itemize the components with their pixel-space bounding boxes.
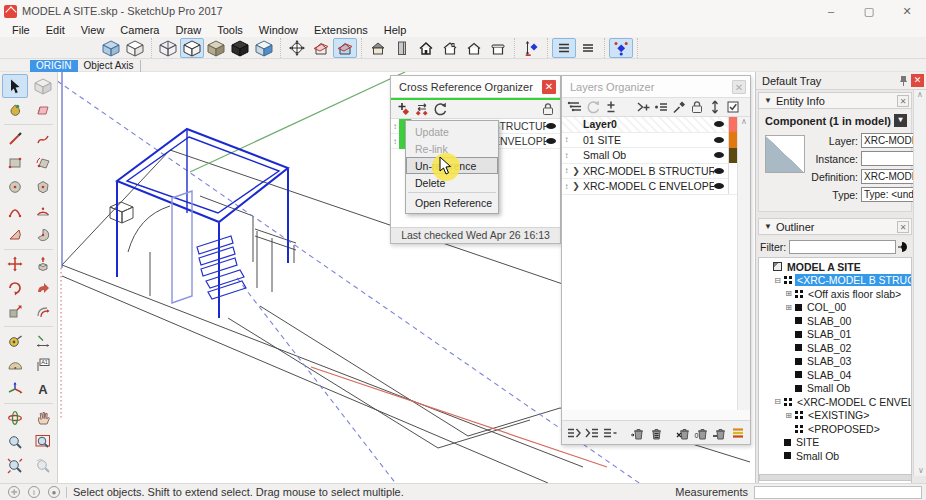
layer-cascade-button[interactable] [566,99,584,115]
cross-reference-diamond-button[interactable] [609,38,633,58]
menu-extensions[interactable]: Extensions [306,24,376,36]
outliner-header[interactable]: ▼ Outliner ✕ [758,218,912,235]
layer-row[interactable]: ↕❯XRC-MODEL C ENVELOPE [562,179,750,195]
drag-handle-icon[interactable]: ↕ [562,151,571,160]
measurements-input[interactable] [754,486,922,499]
rotate-tool-button[interactable] [2,276,28,300]
house-outline-button[interactable] [462,38,486,58]
trash-minus-button[interactable] [711,425,729,441]
checkbox-button[interactable] [724,99,742,115]
outliner-item[interactable]: SLAB_00 [759,314,911,328]
entity-info-close-icon[interactable]: ✕ [897,95,909,107]
tray-close-icon[interactable]: ✕ [911,74,924,87]
make-component-tool-button[interactable] [30,74,56,98]
tape-measure-tool-button[interactable] [2,329,28,353]
house-shaded-button[interactable] [366,38,390,58]
expand-chevron-icon[interactable]: ❯ [571,181,581,191]
line-tool-button[interactable] [2,127,28,151]
add-reference-button[interactable] [395,101,413,117]
entity-info-header[interactable]: ▼ Entity Info ✕ [758,92,912,109]
pan-tool-button[interactable] [30,406,56,430]
drag-handle-icon[interactable]: ↕ [562,135,571,144]
axis-updown-diamond-button[interactable] [519,38,543,58]
expand-toggle-icon[interactable]: ⊞ [783,303,794,312]
context-menu-item-update[interactable]: Update [406,123,498,140]
circle-tool-button[interactable] [2,175,28,199]
scene-tab-object-axis[interactable]: Object Axis [78,60,141,72]
outliner-item[interactable]: SLAB_02 [759,341,911,355]
lock-button[interactable] [688,99,706,115]
expand-chevron-icon[interactable]: ❯ [571,166,581,176]
trash-arrow-button[interactable] [629,425,647,441]
select-tool-button[interactable] [2,74,28,98]
outliner-item[interactable]: SLAB_03 [759,355,911,369]
drag-handle-icon[interactable]: ↕ [391,122,399,131]
three-point-arc-tool-button[interactable] [2,223,28,247]
eye-icon[interactable] [714,137,724,143]
eyedropper-button[interactable] [670,99,688,115]
dimension-tool-button[interactable] [30,329,56,353]
protractor-tool-button[interactable] [2,353,28,377]
menu-tools[interactable]: Tools [209,24,251,36]
drag-handle-icon[interactable]: ↕ [562,166,571,175]
eye-icon[interactable] [546,138,556,144]
trash-press-button[interactable] [647,425,665,441]
eye-icon[interactable] [714,121,724,127]
eye-icon[interactable] [546,123,556,129]
instructor-icon[interactable]: i [28,486,40,498]
move-tool-button[interactable] [2,252,28,276]
arrow-right-list-button[interactable] [583,425,601,441]
zoom-tool-button[interactable] [2,430,28,454]
orbit-tool-button[interactable] [2,406,28,430]
shaded-style-button[interactable] [204,38,228,58]
house-chimney-button[interactable] [438,38,462,58]
layer-row[interactable]: ↕Small Ob [562,148,750,164]
pie-tool-button[interactable] [30,223,56,247]
text-tool-button[interactable]: A1 [30,353,56,377]
refresh-button[interactable] [431,101,449,117]
arrow-plus-button[interactable] [634,99,652,115]
eye-icon[interactable] [714,183,724,189]
list-lines-button[interactable] [576,38,600,58]
xray-mode-button[interactable] [99,38,123,58]
outliner-item[interactable]: ⊞COL_00 [759,301,911,315]
sign-in-icon[interactable]: ● [48,486,60,498]
shaded-textures-style-button[interactable] [228,38,252,58]
scene-tab-origin[interactable]: ORIGIN [30,60,78,72]
outliner-item[interactable]: Small Ob [759,449,911,463]
geolocate-icon[interactable]: ✛ [8,486,20,498]
flat-roof-house-button[interactable] [486,38,510,58]
monochrome-style-button[interactable] [252,38,276,58]
xref-dialog-titlebar[interactable]: Cross Reference Organizer ✕ [391,76,560,98]
tray-scrollbar[interactable]: ∧∨ [913,90,926,476]
three-d-text-tool-button[interactable]: A [30,377,56,401]
outliner-item[interactable]: ⊞<EXISTING> [759,409,911,423]
layer-row[interactable]: Layer0 [562,117,750,133]
trash-x-button[interactable] [675,425,693,441]
rotated-rectangle-tool-button[interactable] [30,151,56,175]
swap-reference-button[interactable] [413,101,431,117]
zoom-window-tool-button[interactable] [30,430,56,454]
tray-header[interactable]: Default Tray ✕ [756,72,926,90]
polygon-tool-button[interactable] [30,175,56,199]
plus-minus-button[interactable] [602,99,620,115]
zoom-extents-tool-button[interactable] [2,454,28,478]
eraser-tool-button[interactable] [30,98,56,122]
context-menu-item-open-reference[interactable]: Open Reference [406,194,498,211]
back-edges-button[interactable] [123,38,147,58]
follow-me-tool-button[interactable] [30,276,56,300]
menu-camera[interactable]: Camera [112,24,167,36]
section-cuts-button[interactable] [309,38,333,58]
menu-file[interactable]: File [4,24,38,36]
outliner-item[interactable]: SLAB_04 [759,368,911,382]
toggle-details-icon[interactable]: ▾ [894,114,907,127]
freehand-tool-button[interactable] [30,127,56,151]
expand-toggle-icon[interactable]: ⊞ [783,411,794,420]
section-fill-button[interactable] [333,38,357,58]
filter-input[interactable] [789,240,896,254]
outliner-item[interactable]: MODEL A SITE [759,260,911,274]
pin-icon[interactable] [899,75,908,86]
outliner-item[interactable]: SLAB_01 [759,328,911,342]
axes-tool-button[interactable] [2,377,28,401]
rectangle-tool-button[interactable] [2,151,28,175]
